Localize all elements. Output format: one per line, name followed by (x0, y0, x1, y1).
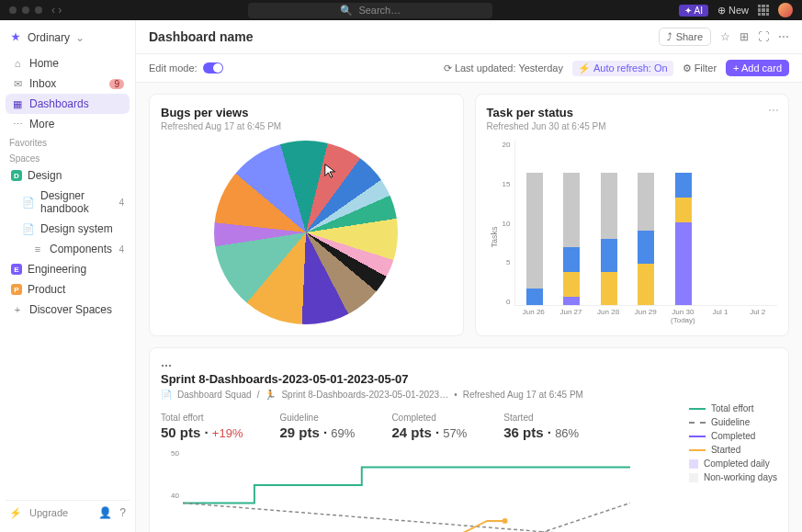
workspace-logo-icon (9, 31, 22, 44)
space-item[interactable]: EEngineering (6, 259, 130, 279)
add-card-button[interactable]: + Add card (726, 60, 789, 76)
sidebar-footer: ⚡ Upgrade 👤 ? (6, 500, 130, 525)
bolt-icon: ⚡ (578, 62, 591, 74)
more-icon[interactable]: ⋯ (778, 30, 789, 43)
dashboard-subbar: Edit mode: ⟳ Last updated: Yesterday ⚡ A… (136, 54, 802, 83)
doc-icon: 📄 (22, 223, 35, 235)
svg-point-0 (503, 518, 508, 524)
refresh-icon: ⟳ (444, 62, 452, 74)
edit-mode-label: Edit mode: (149, 62, 198, 74)
sidebar-item-more[interactable]: ⋯More (6, 114, 130, 134)
favorites-label: Favorites (6, 134, 130, 150)
more-icon: ⋯ (11, 119, 24, 130)
metric: Started36 pts · 86% (503, 413, 579, 440)
last-updated[interactable]: ⟳ Last updated: Yesterday (444, 62, 563, 74)
doc-icon: 📄 (22, 197, 35, 209)
bar-chart[interactable]: Tasks 20151050 Jun 26Jun 27Jun 28Jun 29J… (487, 141, 778, 324)
metric: Guideline29 pts · 69% (279, 413, 355, 440)
ai-badge[interactable]: ✦ AI (679, 5, 708, 17)
card-bugs-per-views: Bugs per views Refreshed Aug 17 at 6:45 … (149, 94, 464, 336)
card-title: Sprint 8-Dashboards-2023-05-01-2023-05-0… (161, 372, 777, 386)
folder-icon: 📄 (161, 390, 172, 400)
upgrade-button[interactable]: Upgrade (29, 507, 68, 518)
pie-chart[interactable] (214, 141, 398, 324)
inbox-icon: ✉ (11, 78, 24, 90)
chevron-down-icon: ⌄ (75, 31, 85, 44)
y-axis-label: Tasks (489, 226, 498, 247)
main-header: Dashboard name ⤴ Share ☆ ⊞ ⛶ ⋯ (136, 20, 802, 54)
print-icon[interactable]: ⊞ (740, 30, 749, 43)
star-icon[interactable]: ☆ (720, 30, 730, 43)
space-color-icon: E (11, 264, 22, 275)
global-search[interactable]: 🔍 Search… (248, 3, 492, 18)
spaces-label: Spaces (6, 150, 130, 165)
expand-icon[interactable]: ⛶ (758, 30, 769, 43)
share-icon: ⤴ (667, 31, 672, 42)
space-item[interactable]: PProduct (6, 279, 130, 300)
nav-arrows[interactable]: ‹ › (51, 4, 62, 17)
sidebar-item-inbox[interactable]: ✉Inbox9 (6, 74, 130, 94)
person-icon[interactable]: 👤 (98, 506, 112, 519)
auto-refresh[interactable]: ⚡ Auto refresh: On (572, 61, 673, 76)
card-sprint: ⋯ Sprint 8-Dashboards-2023-05-01-2023-05… (149, 347, 789, 532)
upgrade-icon: ⚡ (9, 507, 22, 519)
card-title: Bugs per views (161, 106, 452, 119)
space-color-icon: P (11, 284, 22, 295)
space-item[interactable]: 📄Design system (6, 219, 130, 239)
avatar[interactable] (778, 3, 793, 17)
card-title: Task per status (487, 106, 778, 119)
workspace-switcher[interactable]: Ordinary ⌄ (6, 28, 130, 48)
discover-spaces[interactable]: + Discover Spaces (6, 300, 130, 320)
card-more-icon[interactable]: ⋯ (161, 359, 172, 372)
search-icon: 🔍 (340, 5, 353, 17)
sprint-icon: 🏃 (265, 390, 276, 400)
card-subtitle: Refreshed Aug 17 at 6:45 PM (161, 121, 452, 131)
share-button[interactable]: ⤴ Share (659, 28, 711, 46)
search-placeholder: Search… (358, 5, 401, 16)
space-color-icon: D (11, 170, 22, 181)
card-more-icon[interactable]: ⋯ (768, 104, 779, 117)
page-title: Dashboard name (149, 29, 254, 44)
sidebar-item-dashboards[interactable]: ▦Dashboards (6, 94, 130, 114)
sidebar-item-home[interactable]: ⌂Home (6, 53, 130, 74)
space-item[interactable]: DDesign (6, 165, 130, 186)
os-topbar: ‹ › 🔍 Search… ✦ AI ⊕ New (0, 0, 802, 20)
space-item[interactable]: 📄Designer handbook4 (6, 186, 130, 219)
line-chart-svg (183, 449, 630, 532)
line-chart[interactable]: 504030 (161, 449, 777, 532)
list-icon: ≡ (31, 243, 44, 255)
metric: Completed24 pts · 57% (391, 413, 467, 440)
dashboard-icon: ▦ (11, 98, 24, 110)
help-icon[interactable]: ? (119, 506, 126, 519)
filter-button[interactable]: ⚙ Filter (683, 62, 717, 74)
new-button[interactable]: ⊕ New (717, 5, 749, 17)
workspace-name: Ordinary (28, 31, 70, 44)
edit-mode-toggle[interactable] (203, 62, 223, 74)
metric: Total effort50 pts · +19% (161, 413, 243, 440)
window-controls (9, 6, 42, 14)
filter-icon: ⚙ (683, 62, 692, 74)
sidebar: Ordinary ⌄ ⌂Home✉Inbox9▦Dashboards⋯More … (0, 20, 136, 532)
plus-icon: + (11, 304, 24, 315)
card-breadcrumb: 📄 Dashboard Squad / 🏃 Sprint 8-Dashboard… (161, 390, 777, 400)
home-icon: ⌂ (11, 58, 24, 69)
space-item[interactable]: ≡Components4 (6, 239, 130, 259)
apps-icon[interactable] (758, 5, 769, 16)
main: Dashboard name ⤴ Share ☆ ⊞ ⛶ ⋯ Edit mode… (136, 20, 802, 532)
card-task-per-status: ⋯ Task per status Refreshed Jun 30 at 6:… (475, 94, 790, 336)
card-subtitle: Refreshed Jun 30 at 6:45 PM (487, 121, 778, 131)
